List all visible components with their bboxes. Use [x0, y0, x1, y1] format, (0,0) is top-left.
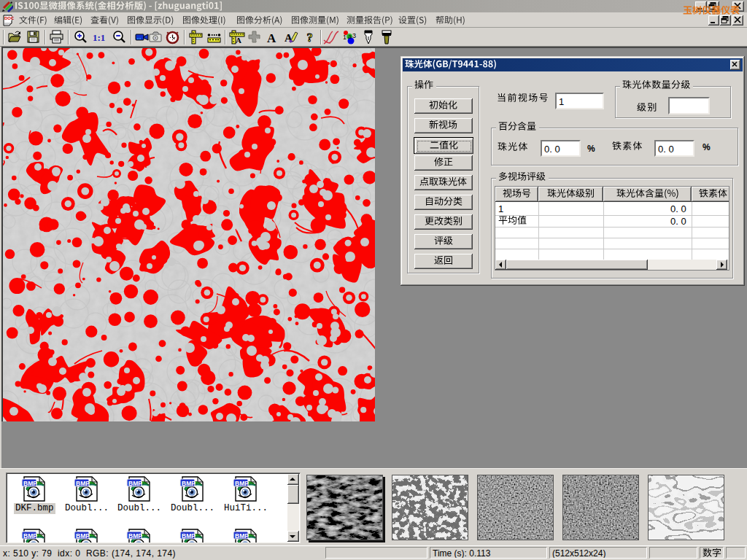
svg-text:BMP: BMP [182, 532, 196, 540]
svg-text:BMP: BMP [76, 532, 90, 540]
svg-text:BMP: BMP [235, 480, 249, 487]
svg-text:1: 1 [343, 34, 347, 41]
svg-text:a: a [348, 33, 352, 40]
svg-text:DOC: DOC [4, 16, 14, 20]
svg-text:A: A [267, 31, 276, 45]
svg-text:1:1: 1:1 [93, 32, 105, 43]
svg-text:A: A [236, 36, 241, 44]
svg-text:3: 3 [352, 32, 356, 39]
svg-text:?: ? [307, 31, 313, 44]
svg-text:BMP: BMP [76, 480, 90, 487]
svg-text:BMP: BMP [23, 532, 37, 540]
svg-text:BMP: BMP [182, 480, 196, 487]
svg-text:BMP: BMP [128, 480, 142, 487]
svg-text:BMP: BMP [128, 532, 142, 540]
svg-text:BMP: BMP [235, 532, 249, 540]
svg-text:BMP: BMP [23, 480, 37, 487]
